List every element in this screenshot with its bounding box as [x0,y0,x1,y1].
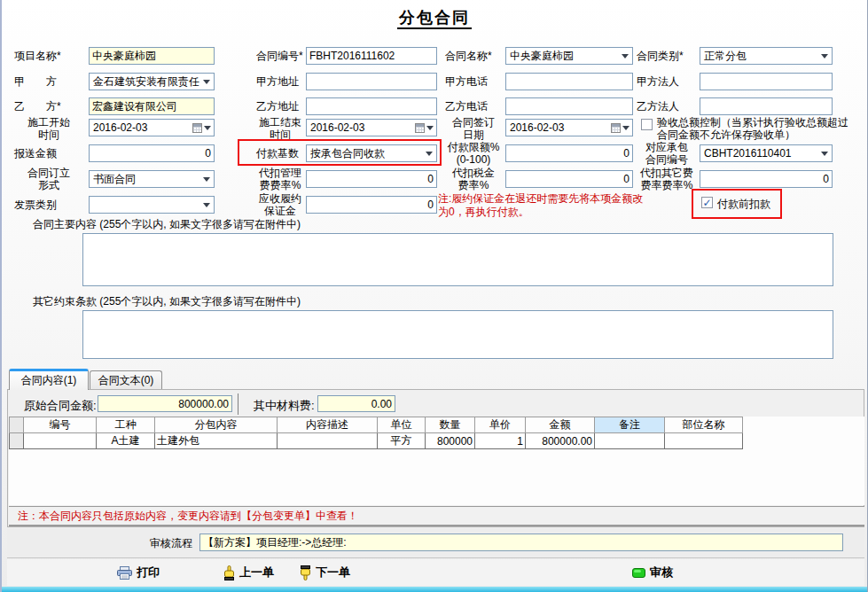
chevron-down-icon[interactable] [622,126,629,130]
col-header[interactable]: 内容描述 [278,417,378,433]
tax-rate-input[interactable] [505,170,633,188]
col-header[interactable]: 金额 [526,417,595,433]
content-note-strip: 注：本合同内容只包括原始内容，变更内容请到【分包变更单】中查看！ [9,506,864,526]
party-a-select[interactable]: 金石建筑安装有限责任公司 [89,73,215,90]
party-b-phone-input[interactable] [505,97,633,115]
payment-base-select[interactable]: 按承包合同收款 [306,144,437,162]
label-party-a-address: 甲方地址 [256,75,299,88]
label-party-b-phone: 乙方电话 [445,100,488,113]
review-flow-input[interactable] [199,534,843,551]
tab-contract-text[interactable]: 合同文本(0) [90,370,162,390]
label-party-b: 乙 方* [14,100,61,113]
col-header-remark[interactable]: 备注 [595,417,665,433]
col-header[interactable]: 分包内容 [155,417,278,433]
original-amount-input[interactable] [98,395,232,412]
calendar-icon [192,123,202,133]
chevron-down-icon[interactable] [199,171,214,187]
cell-unit-price[interactable]: 1 [475,433,526,449]
label-party-b-address: 乙方地址 [256,100,299,113]
label-contract-no: 合同编号* [256,50,303,62]
party-b-address-input[interactable] [306,97,437,115]
party-a-phone-input[interactable] [505,73,633,90]
label-sign-date: 合同签订 日期 [443,116,504,141]
table-row[interactable]: A土建 土建外包 平方 800000 1 800000.00 [10,433,743,449]
invoice-type-select[interactable] [89,196,215,214]
chevron-down-icon[interactable] [199,197,214,213]
other-terms-textarea[interactable] [82,310,833,359]
label-payment-limit: 付款限额% (0-100) [442,141,505,166]
main-content-textarea[interactable] [82,233,833,286]
label-end-date: 施工结束 时间 [253,116,308,141]
content-note: 注：本合同内容只包括原始内容，变更内容请到【分包变更单】中查看！ [18,510,358,523]
row-selector-cell[interactable] [10,433,24,449]
main-content-label: 合同主要内容 (255个字以内, 如果文字很多请写在附件中) [33,218,301,230]
accept-total-control-checkbox[interactable]: ✓ [641,119,653,130]
chevron-down-icon[interactable] [618,48,632,64]
label-contract-type: 合同类别* [637,50,684,62]
payment-limit-input[interactable] [505,144,633,162]
cell-description[interactable] [278,433,378,449]
audit-button-label: 审核 [650,565,673,580]
mgmt-fee-rate-input[interactable] [306,170,437,188]
chevron-down-icon[interactable] [817,145,832,161]
col-header[interactable]: 部位名称 [665,417,743,433]
other-fee-rate-input[interactable] [700,170,833,188]
calendar-icon [415,123,425,133]
deduct-before-payment-checkbox[interactable]: ✓ [701,197,713,208]
col-header[interactable]: 工种 [97,417,155,433]
next-record-button[interactable]: 下一单 [300,563,350,582]
label-mgmt-fee-rate: 代扣管理 费费率% [253,167,308,191]
cell-quantity[interactable]: 800000 [426,433,475,449]
print-button[interactable]: 打印 [117,563,160,582]
calendar-icon [611,123,621,133]
end-date-picker[interactable]: 2016-02-03 [306,119,437,136]
label-invoice-type: 发票类别 [14,199,57,211]
party-b-legal-input[interactable] [700,97,833,115]
tab-contract-content[interactable]: 合同内容(1) [9,369,89,390]
chevron-down-icon[interactable] [422,145,436,161]
label-report-amount: 报送金额 [14,147,57,160]
material-fee-input[interactable] [317,395,395,412]
cell-worktype[interactable]: A土建 [97,433,155,449]
start-date-picker[interactable]: 2016-02-03 [89,119,215,136]
cell-remark[interactable] [595,433,665,449]
contract-form-select[interactable]: 书面合同 [89,170,215,188]
party-b-input[interactable] [89,97,215,115]
contract-items-table: 编号 工种 分包内容 内容描述 单位 数量 单价 金额 备注 部位名称 A土建 … [9,417,743,449]
report-amount-input[interactable] [89,144,215,162]
party-a-legal-input[interactable] [700,73,833,90]
chevron-down-icon[interactable] [204,126,211,130]
chevron-down-icon[interactable] [199,74,214,90]
bottom-toolbar: 打印 上一单 下一单 审核 [7,559,864,586]
audit-button[interactable]: 审核 [632,563,673,582]
cell-amount[interactable]: 800000.00 [526,433,595,449]
vertical-divider [238,393,239,415]
previous-record-button[interactable]: 上一单 [223,563,274,582]
deposit-input[interactable] [306,196,437,214]
party-a-address-input[interactable] [306,73,437,90]
label-start-date: 施工开始 时间 [11,116,87,141]
col-header[interactable]: 单位 [378,417,426,433]
col-header[interactable]: 编号 [24,417,97,433]
contract-name-select[interactable]: 中央豪庭柿园 [505,47,633,65]
chevron-down-icon[interactable] [426,126,434,130]
contract-no-input[interactable] [306,47,437,65]
original-amount-label: 原始合同金额: [24,398,97,414]
contract-type-select[interactable]: 正常分包 [700,47,833,65]
hand-up-icon [223,565,235,580]
sign-date-picker[interactable]: 2016-02-03 [505,119,633,136]
chevron-down-icon[interactable] [817,48,832,64]
related-contract-select[interactable]: CBHT2016110401 [700,144,833,162]
col-header[interactable]: 单价 [475,417,526,433]
label-deposit: 应收履约 保证金 [253,192,308,217]
cell-unit[interactable]: 平方 [378,433,426,449]
cell-location[interactable] [665,433,743,449]
cell-content[interactable]: 土建外包 [155,433,278,449]
project-name-input[interactable] [89,47,215,65]
cell-number[interactable] [24,433,97,449]
printer-icon [117,566,132,580]
col-header[interactable]: 数量 [426,417,475,433]
previous-record-label: 上一单 [239,565,274,580]
hand-down-icon [300,565,311,580]
review-flow-label: 审核流程 [150,537,192,549]
